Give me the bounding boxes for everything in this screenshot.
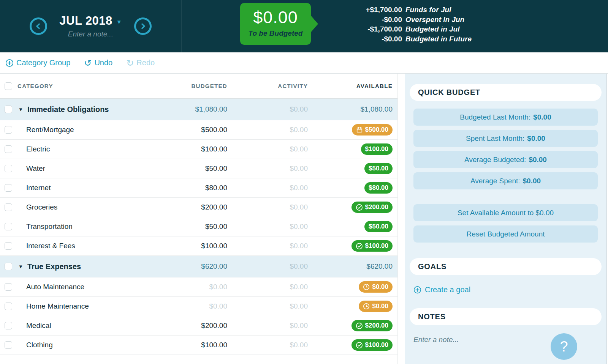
activity-value: $0.00 bbox=[227, 242, 308, 250]
undo-icon: ↺ bbox=[84, 59, 92, 67]
chevron-down-icon: ▼ bbox=[116, 17, 122, 25]
available-badge[interactable]: $200.00 bbox=[352, 202, 393, 213]
category-name[interactable]: Transportation bbox=[26, 222, 73, 231]
category-name[interactable]: Auto Maintenance bbox=[26, 283, 84, 291]
row-checkbox[interactable] bbox=[5, 341, 12, 349]
budgeted-value[interactable]: $200.00 bbox=[151, 321, 227, 330]
next-month-button[interactable] bbox=[134, 17, 152, 35]
available-value: $50.00 bbox=[369, 165, 388, 172]
row-checkbox[interactable] bbox=[5, 165, 12, 172]
row-checkbox[interactable] bbox=[5, 263, 12, 270]
budget-breakdown: +$1,700.00 Funds for Jul -$0.00 Overspen… bbox=[323, 5, 472, 44]
previous-month-button[interactable] bbox=[30, 17, 47, 35]
budgeted-value[interactable]: $0.00 bbox=[151, 283, 227, 291]
budgeted-value[interactable]: $50.00 bbox=[151, 222, 227, 231]
undo-button[interactable]: ↺ Undo bbox=[84, 58, 112, 67]
row-checkbox[interactable] bbox=[5, 303, 12, 310]
category-name[interactable]: Immediate Obligations bbox=[27, 105, 109, 114]
activity-column-header[interactable]: ACTIVITY bbox=[227, 83, 308, 89]
quick-budget-button-value: $0.00 bbox=[523, 177, 541, 185]
add-category-group-button[interactable]: Category Group bbox=[5, 58, 70, 67]
clock-icon bbox=[363, 303, 370, 310]
redo-button[interactable]: ↻ Redo bbox=[126, 58, 155, 67]
category-row: Electric $100.00 $0.00 $100.00 bbox=[0, 140, 397, 159]
help-button[interactable]: ? bbox=[551, 333, 577, 360]
set-available-amount-button[interactable]: Set Available Amount to $0.00 bbox=[413, 204, 598, 221]
question-mark-icon: ? bbox=[560, 339, 568, 355]
available-column-header[interactable]: AVAILABLE bbox=[308, 83, 393, 89]
budgeted-value[interactable]: $200.00 bbox=[151, 203, 227, 211]
month-selector[interactable]: JUL 2018 ▼ bbox=[59, 14, 122, 28]
breakdown-line: -$0.00 Overspent in Jun bbox=[323, 15, 472, 25]
undo-label: Undo bbox=[94, 58, 112, 67]
budget-table: CATEGORY BUDGETED ACTIVITY AVAILABLE ▼ I… bbox=[0, 74, 398, 364]
quick-budget-button[interactable]: Average Spent:$0.00 bbox=[413, 172, 598, 189]
collapse-group-icon[interactable]: ▼ bbox=[18, 107, 27, 112]
breakdown-amount: -$1,700.00 bbox=[323, 24, 402, 34]
budgeted-value[interactable]: $50.00 bbox=[151, 164, 227, 173]
category-row: Auto Maintenance $0.00 $0.00 $0.00 bbox=[0, 277, 397, 297]
quick-budget-button-label: Budgeted Last Month: bbox=[460, 113, 530, 121]
available-badge[interactable]: $100.00 bbox=[352, 339, 393, 351]
available-value: $100.00 bbox=[365, 341, 388, 349]
ynab-budget-app: JUL 2018 ▼ Enter a note... $0.00 To be B… bbox=[0, 0, 608, 364]
available-badge[interactable]: $100.00 bbox=[361, 143, 393, 155]
budgeted-value[interactable]: $100.00 bbox=[151, 145, 227, 153]
quick-budget-button[interactable]: Spent Last Month:$0.00 bbox=[413, 130, 598, 147]
budgeted-value[interactable]: $80.00 bbox=[151, 184, 227, 192]
category-row: Rent/Mortgage $500.00 $0.00 $500.00 bbox=[0, 120, 397, 140]
circled-plus-icon bbox=[5, 59, 14, 67]
quick-budget-title: QUICK BUDGET bbox=[410, 84, 602, 101]
available-badge[interactable]: $50.00 bbox=[364, 163, 393, 174]
category-name[interactable]: True Expenses bbox=[27, 262, 81, 271]
month-note-input[interactable]: Enter a note... bbox=[59, 30, 122, 38]
select-all-checkbox[interactable] bbox=[5, 82, 12, 90]
category-name[interactable]: Clothing bbox=[26, 341, 53, 349]
row-checkbox[interactable] bbox=[5, 223, 12, 230]
to-be-budgeted-bubble[interactable]: $0.00 To be Budgeted bbox=[240, 3, 311, 45]
category-name[interactable]: Groceries bbox=[26, 203, 57, 211]
clock-icon bbox=[363, 284, 370, 290]
available-badge[interactable]: $500.00 bbox=[352, 124, 393, 136]
breakdown-label: Overspent in Jun bbox=[405, 15, 464, 25]
row-checkbox[interactable] bbox=[5, 106, 12, 113]
budgeted-value[interactable]: $620.00 bbox=[151, 262, 227, 271]
category-name[interactable]: Water bbox=[26, 164, 45, 173]
quick-budget-button[interactable]: Budgeted Last Month:$0.00 bbox=[413, 109, 598, 126]
available-badge[interactable]: $0.00 bbox=[359, 301, 393, 312]
category-name[interactable]: Interest & Fees bbox=[26, 242, 75, 250]
available-badge[interactable]: $100.00 bbox=[352, 240, 393, 252]
row-checkbox[interactable] bbox=[5, 126, 12, 134]
category-name[interactable]: Rent/Mortgage bbox=[26, 126, 74, 134]
available-badge[interactable]: $200.00 bbox=[352, 320, 393, 331]
available-badge[interactable]: $50.00 bbox=[364, 221, 393, 232]
category-row: Transportation $50.00 $0.00 $50.00 bbox=[0, 217, 397, 236]
budgeted-column-header[interactable]: BUDGETED bbox=[151, 83, 227, 89]
quick-budget-button[interactable]: Average Budgeted:$0.00 bbox=[413, 151, 598, 168]
category-name[interactable]: Home Maintenance bbox=[26, 302, 89, 310]
row-checkbox[interactable] bbox=[5, 184, 12, 192]
available-value: $100.00 bbox=[365, 145, 388, 153]
category-column-header[interactable]: CATEGORY bbox=[17, 83, 151, 89]
activity-value: $0.00 bbox=[227, 145, 308, 153]
row-checkbox[interactable] bbox=[5, 242, 12, 250]
budgeted-value[interactable]: $100.00 bbox=[151, 341, 227, 349]
budgeted-value[interactable]: $500.00 bbox=[151, 126, 227, 134]
row-checkbox[interactable] bbox=[5, 145, 12, 153]
row-checkbox[interactable] bbox=[5, 283, 12, 291]
available-badge[interactable]: $0.00 bbox=[359, 281, 393, 293]
category-name[interactable]: Medical bbox=[26, 321, 51, 330]
category-name[interactable]: Internet bbox=[26, 184, 51, 192]
category-name[interactable]: Electric bbox=[26, 145, 50, 153]
available-badge[interactable]: $80.00 bbox=[364, 182, 393, 194]
collapse-group-icon[interactable]: ▼ bbox=[18, 264, 27, 269]
create-goal-button[interactable]: Create a goal bbox=[413, 285, 602, 294]
budgeted-value[interactable]: $0.00 bbox=[151, 302, 227, 310]
category-group-label: Category Group bbox=[16, 58, 70, 67]
row-checkbox[interactable] bbox=[5, 322, 12, 329]
reset-budgeted-amount-button[interactable]: Reset Budgeted Amount bbox=[413, 225, 598, 243]
budgeted-value[interactable]: $1,080.00 bbox=[151, 105, 227, 113]
budgeted-value[interactable]: $100.00 bbox=[151, 242, 227, 250]
redo-label: Redo bbox=[136, 58, 155, 67]
row-checkbox[interactable] bbox=[5, 203, 12, 211]
